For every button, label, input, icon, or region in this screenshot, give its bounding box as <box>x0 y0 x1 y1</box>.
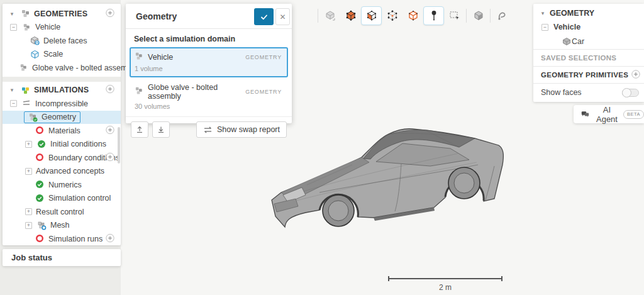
chevron-down-icon[interactable]: ▾ <box>540 10 546 16</box>
sidebar-scrollbar[interactable] <box>118 127 120 164</box>
tree-item-delete-faces[interactable]: Delete faces <box>3 34 121 48</box>
job-status-bar[interactable]: Job status <box>3 249 121 266</box>
geometry-primitives-section[interactable]: GEOMETRY PRIMITIVES <box>533 67 644 83</box>
status-ok-icon <box>35 194 45 203</box>
add-geometry-button[interactable] <box>106 8 114 19</box>
expand-toggle[interactable]: + <box>25 141 32 148</box>
tree-item-label: Simulation runs <box>48 235 103 243</box>
beta-badge: BETA <box>623 110 644 119</box>
tree-item-incompressible[interactable]: − Incompressible <box>3 97 121 111</box>
select-vertex-icon[interactable] <box>382 6 402 25</box>
tree-item-mesh[interactable]: + Mesh <box>3 219 121 233</box>
show-swap-report-button[interactable]: Show swap report <box>196 121 287 138</box>
collapse-toggle[interactable]: − <box>10 24 17 31</box>
add-boundary-condition-button[interactable] <box>106 152 114 163</box>
select-volume-icon[interactable] <box>340 6 361 25</box>
select-face-icon[interactable] <box>361 6 382 25</box>
tree-item-vehicle[interactable]: − Vehicle <box>3 21 121 35</box>
tree-section-simulations[interactable]: ▾ SIMULATIONS <box>3 84 121 97</box>
scale-bar: 2 m <box>388 278 502 292</box>
section-label: SIMULATIONS <box>34 86 89 94</box>
scene-geometry-header[interactable]: ▾ GEOMETRY <box>533 4 644 20</box>
domain-meta: 30 volumes <box>135 103 282 110</box>
confirm-button[interactable] <box>254 8 274 25</box>
tree-item-advanced-concepts[interactable]: + Advanced concepts <box>3 165 121 179</box>
car-model[interactable] <box>269 122 506 235</box>
probe-point-icon[interactable] <box>423 6 444 25</box>
box-select-icon[interactable] <box>444 6 465 25</box>
ai-agent-button[interactable]: AI Agent BETA <box>574 105 644 123</box>
upload-geometry-button[interactable] <box>131 121 148 138</box>
scene-item-vehicle[interactable]: − Vehicle <box>533 20 644 34</box>
saved-selections-section[interactable]: SAVED SELECTIONS <box>533 50 644 66</box>
domain-name: Globe valve - bolted assembly <box>148 83 245 101</box>
tree-item-label: Simulation control <box>48 194 111 203</box>
mesh-icon <box>37 221 47 230</box>
domain-meta: 1 volume <box>135 65 282 72</box>
tree-item-geometry-selected[interactable]: Geometry <box>3 111 121 125</box>
status-ok-icon <box>35 180 45 189</box>
expand-toggle[interactable]: + <box>25 208 32 215</box>
collapse-toggle[interactable]: − <box>10 100 17 107</box>
section-label: GEOMETRIES <box>34 9 87 18</box>
geometry-cube-icon <box>19 63 28 72</box>
geometry-cube-icon <box>135 52 143 63</box>
download-icon <box>156 125 166 135</box>
status-error-icon <box>35 234 45 243</box>
hide-faces-icon[interactable] <box>468 6 489 25</box>
scene-item-label: Car <box>572 37 584 46</box>
close-button[interactable]: ✕ <box>275 8 290 25</box>
chevron-down-icon[interactable]: ▾ <box>8 11 16 17</box>
tree-item-simulation-control[interactable]: Simulation control <box>3 192 121 206</box>
expand-toggle[interactable]: + <box>25 222 32 229</box>
tree-item-numerics[interactable]: Numerics <box>3 178 121 192</box>
tree-item-initial-conditions[interactable]: + Initial conditions <box>3 138 121 152</box>
tree-item-globe-valve[interactable]: Globe valve - bolted assembly <box>3 61 121 75</box>
select-volume-disabled-icon[interactable] <box>319 6 340 25</box>
selected-item-outline: Geometry <box>24 111 80 123</box>
add-simulation-run-button[interactable] <box>106 233 114 244</box>
measure-icon[interactable] <box>492 6 513 25</box>
add-material-button[interactable] <box>106 125 114 136</box>
status-ok-icon <box>37 140 47 149</box>
geometry-selection-dialog: Geometry ✕ Select a simulation domain Ve… <box>126 4 292 123</box>
domain-type-tag: GEOMETRY <box>245 54 282 60</box>
expand-toggle[interactable]: + <box>25 168 32 175</box>
add-primitive-button[interactable] <box>631 70 640 80</box>
add-simulation-button[interactable] <box>106 85 114 96</box>
tree-item-label: Globe valve - bolted assembly <box>32 64 137 72</box>
show-faces-toggle[interactable] <box>622 89 639 97</box>
tree-item-simulation-runs[interactable]: Simulation runs <box>3 232 121 246</box>
solid-cube-icon <box>562 37 572 47</box>
tree-item-label: Advanced concepts <box>36 167 104 175</box>
tree-item-label: Scale <box>43 50 63 58</box>
geometry-cube-icon <box>135 86 143 97</box>
section-divider <box>3 77 121 82</box>
domain-type-tag: GEOMETRY <box>245 89 282 95</box>
tree-item-scale[interactable]: Scale <box>3 48 121 62</box>
simscale-workbench: 2 m ↺ ↻ TOP RIGHT FRONT <box>0 0 644 295</box>
tree-section-geometries[interactable]: ▾ GEOMETRIES <box>3 7 121 21</box>
incompressible-icon <box>22 99 31 108</box>
domain-option-globe-valve[interactable]: Globe valve - bolted assembly GEOMETRY 3… <box>130 79 288 115</box>
check-icon <box>260 13 269 21</box>
scene-item-car[interactable]: Car <box>533 34 644 49</box>
status-error-icon <box>35 153 45 162</box>
ai-chat-icon <box>581 110 589 119</box>
project-tree-panel: ▾ GEOMETRIES − Vehicle Delete faces <box>3 4 121 245</box>
scale-bar-line <box>388 278 502 279</box>
download-geometry-button[interactable] <box>152 121 170 138</box>
tree-item-result-control[interactable]: + Result control <box>3 205 121 219</box>
domain-option-vehicle[interactable]: Vehicle GEOMETRY 1 volume <box>130 47 288 77</box>
show-faces-row: Show faces <box>533 84 644 101</box>
tree-item-materials[interactable]: Materials <box>3 124 121 138</box>
tree-item-label: Vehicle <box>35 23 60 31</box>
chevron-down-icon[interactable]: ▾ <box>8 87 16 93</box>
tree-item-boundary-conditions[interactable]: Boundary conditions <box>3 151 121 165</box>
collapse-toggle[interactable]: − <box>541 24 548 31</box>
select-edge-icon[interactable] <box>402 6 423 25</box>
delete-faces-icon <box>30 36 40 45</box>
close-icon: ✕ <box>279 13 286 21</box>
scene-tree-panel: ▾ GEOMETRY − Vehicle Car SAVED SELECTION… <box>533 4 644 102</box>
tree-item-label: Numerics <box>48 181 82 189</box>
